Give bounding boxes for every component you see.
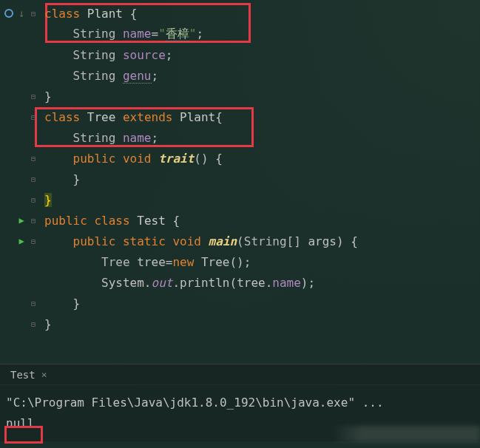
code-line[interactable]: ▶⊟ public class Test {	[0, 210, 480, 231]
paren: )	[337, 234, 344, 248]
dot: .	[266, 276, 273, 290]
type: String	[73, 131, 116, 145]
console-tabbar: Test ×	[0, 364, 480, 385]
code-line[interactable]	[0, 334, 480, 355]
code-line[interactable]: ⊟ }	[0, 293, 480, 313]
code-line[interactable]: Tree tree=new Tree();	[0, 251, 480, 272]
fold-end-icon[interactable]: ⊟	[28, 319, 38, 329]
type: String	[73, 48, 116, 62]
fold-icon[interactable]: ⊟	[28, 236, 38, 246]
operator: =	[152, 27, 159, 41]
type: String[]	[244, 234, 301, 248]
code-line[interactable]: System.out.println(tree.name);	[0, 272, 480, 293]
code-line[interactable]: String source;	[0, 44, 480, 65]
blurred-region	[332, 426, 480, 442]
keyword: public	[73, 234, 116, 248]
fold-icon[interactable]: ⊟	[28, 8, 38, 18]
code-line[interactable]: ▶⊟ public static void main(String[] args…	[0, 231, 480, 251]
string-quote: "	[189, 27, 197, 41]
parens: ()	[194, 152, 208, 166]
variable: tree	[237, 276, 266, 290]
class-name: Tree	[87, 110, 116, 124]
semicolon: ;	[196, 27, 203, 41]
keyword: class	[44, 7, 80, 21]
field-name: source	[123, 48, 166, 62]
field-name: genu	[123, 69, 152, 84]
arrow-down-icon[interactable]: ↓	[16, 8, 27, 18]
code-line[interactable]: ⊟ class Tree extends Plant{	[0, 106, 480, 127]
code-editor[interactable]: ↓ ⊟ class Plant { String name="香樟"; Stri…	[0, 0, 480, 358]
keyword: class	[44, 110, 80, 124]
string-literal: 香樟	[166, 27, 189, 41]
tab-label: Test	[10, 369, 36, 381]
run-icon[interactable]: ▶	[16, 215, 27, 225]
param-name: args	[308, 234, 337, 248]
type: Tree	[101, 255, 130, 269]
paren: (	[237, 234, 244, 248]
brace: }	[73, 172, 81, 186]
paren: (	[229, 276, 237, 290]
brace: }	[73, 296, 81, 310]
dot: .	[172, 276, 180, 290]
keyword: public	[44, 214, 87, 228]
fold-icon[interactable]: ⊟	[28, 112, 38, 122]
fold-end-icon[interactable]: ⊟	[28, 174, 38, 184]
semicolon: ;	[152, 69, 159, 83]
brace: {	[215, 152, 223, 166]
class-name: Plant	[180, 110, 215, 124]
static-field: out	[152, 276, 173, 290]
brace: {	[351, 234, 358, 248]
code-line[interactable]: ↓ ⊟ class Plant {	[0, 3, 480, 24]
code-line[interactable]: ⊟ public void trait() {	[0, 148, 480, 169]
brace: }	[44, 317, 52, 331]
console-tab-test[interactable]: Test ×	[4, 369, 53, 381]
code-line[interactable]: ⊟ }	[0, 189, 480, 210]
type: String	[73, 27, 116, 41]
close-icon[interactable]: ×	[41, 369, 47, 380]
code-line[interactable]: ⊟ }	[0, 313, 480, 334]
type: String	[73, 69, 116, 83]
keyword: static	[123, 234, 166, 248]
operator: =	[166, 255, 173, 269]
method-name: trait	[158, 152, 194, 166]
brace-highlighted: }	[44, 193, 52, 207]
dot: .	[144, 276, 152, 290]
keyword: new	[172, 255, 194, 269]
class-icon	[4, 8, 15, 18]
semicolon: ;	[244, 255, 251, 269]
code-line[interactable]: String name;	[0, 127, 480, 148]
keyword: void	[123, 152, 152, 166]
code-line[interactable]: ⊟ }	[0, 169, 480, 189]
field-name: name	[123, 131, 152, 145]
class-name: Plant	[87, 7, 123, 21]
constructor: Tree()	[201, 255, 244, 269]
fold-end-icon[interactable]: ⊟	[28, 298, 38, 308]
code-line[interactable]: ⊟ }	[0, 86, 480, 106]
keyword: class	[94, 214, 129, 228]
brace: {	[215, 110, 223, 124]
fold-icon[interactable]: ⊟	[28, 153, 38, 163]
console-command-line: "C:\Program Files\Java\jdk1.8.0_192\bin\…	[6, 393, 474, 413]
keyword: public	[73, 152, 116, 166]
semicolon: ;	[152, 131, 159, 145]
semicolon: ;	[308, 276, 315, 290]
run-icon[interactable]: ▶	[16, 236, 27, 246]
semicolon: ;	[166, 48, 173, 62]
keyword: extends	[123, 110, 172, 124]
brace: {	[130, 7, 138, 21]
string-quote: "	[158, 27, 166, 41]
brace: }	[44, 89, 52, 103]
variable: tree	[137, 255, 166, 269]
method-name: main	[209, 234, 237, 248]
class-name: Test	[137, 214, 166, 228]
fold-end-icon[interactable]: ⊟	[28, 194, 38, 205]
field-name: name	[123, 27, 152, 41]
fold-end-icon[interactable]: ⊟	[28, 91, 38, 101]
class-ref: System	[101, 276, 144, 290]
code-line[interactable]: String genu;	[0, 65, 480, 86]
method-call: println	[180, 276, 229, 290]
brace: {	[172, 214, 180, 228]
field-ref: name	[272, 276, 301, 290]
code-line[interactable]: String name="香樟";	[0, 24, 480, 44]
fold-icon[interactable]: ⊟	[28, 215, 38, 225]
